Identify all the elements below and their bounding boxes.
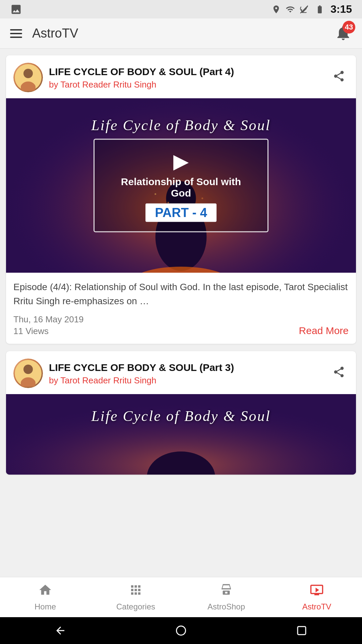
card-1-body: Episode (4/4): Relationship of Soul with…	[6, 273, 356, 308]
svg-point-1	[23, 69, 33, 78]
card-2: LIFE CYCLE OF BODY & SOUL (Part 3) by Ta…	[6, 351, 356, 475]
nav-home-label: Home	[35, 602, 56, 611]
recents-button[interactable]	[293, 622, 310, 639]
notification-button[interactable]: 43	[335, 24, 352, 43]
status-right: 3:15	[272, 3, 352, 15]
android-nav	[0, 617, 362, 644]
svg-rect-18	[21, 379, 36, 387]
shop-icon	[219, 583, 233, 600]
video-title-overlay-2: Life Cycle of Body & Soul	[6, 408, 356, 425]
photo-icon	[10, 3, 22, 15]
avatar-svg-2	[15, 360, 42, 387]
hamburger-menu[interactable]	[10, 29, 22, 38]
card-1-info: LIFE CYCLE OF BODY & SOUL (Part 4) by Ta…	[49, 65, 323, 90]
status-bar: 3:15	[0, 0, 362, 18]
notification-count: 43	[343, 21, 355, 34]
nav-astrotv[interactable]: AstroTV	[272, 580, 362, 615]
avatar-image	[13, 63, 43, 92]
play-box[interactable]: ▶ Relationship of Soul with God PART - 4	[94, 139, 268, 232]
read-more-button[interactable]: Read More	[299, 325, 349, 336]
bottom-nav: Home Categories AstroShop AstroTV	[0, 577, 362, 617]
nav-categories[interactable]: Categories	[90, 580, 181, 615]
video-bg-2	[6, 394, 356, 475]
card-1-avatar	[13, 63, 43, 92]
categories-icon	[129, 583, 143, 600]
card-2-video[interactable]: Life Cycle of Body & Soul	[6, 394, 356, 475]
avatar-svg	[15, 64, 42, 91]
location-icon	[272, 5, 281, 14]
back-button[interactable]	[52, 622, 69, 639]
nav-categories-label: Categories	[116, 602, 155, 611]
card-2-share[interactable]	[329, 362, 349, 384]
video-part: PART - 4	[145, 204, 217, 222]
battery-icon	[314, 5, 326, 14]
card-1-views: 11 Views	[13, 326, 84, 336]
app-title: AstroTV	[32, 26, 78, 41]
card-1-description: Episode (4/4): Relationship of Soul with…	[13, 280, 349, 308]
svg-point-16	[23, 365, 33, 374]
status-time: 3:15	[330, 3, 352, 15]
nav-astroshop-label: AstroShop	[207, 602, 245, 611]
svg-rect-25	[298, 627, 306, 635]
video-title-overlay: Life Cycle of Body & Soul	[6, 117, 356, 134]
nav-astroshop[interactable]: AstroShop	[181, 580, 272, 615]
signal-icon	[300, 5, 309, 14]
top-nav-left: AstroTV	[10, 26, 78, 41]
main-content: LIFE CYCLE OF BODY & SOUL (Part 4) by Ta…	[0, 49, 362, 577]
avatar-image-2	[13, 359, 43, 388]
status-left	[10, 3, 22, 15]
card-1-share[interactable]	[329, 66, 349, 89]
nav-astrotv-label: AstroTV	[302, 602, 331, 611]
video-subtitle: Relationship of Soul with God	[115, 176, 247, 199]
card-1: LIFE CYCLE OF BODY & SOUL (Part 4) by Ta…	[6, 55, 356, 344]
card-1-title: LIFE CYCLE OF BODY & SOUL (Part 4)	[49, 65, 323, 78]
home-icon	[38, 583, 52, 600]
home-button[interactable]	[173, 622, 189, 639]
tv-icon	[310, 583, 324, 600]
svg-rect-3	[21, 84, 36, 91]
card-1-header: LIFE CYCLE OF BODY & SOUL (Part 4) by Ta…	[6, 55, 356, 98]
card-2-info: LIFE CYCLE OF BODY & SOUL (Part 3) by Ta…	[49, 361, 323, 386]
card-1-author: by Tarot Reader Rritu Singh	[49, 79, 323, 90]
card-1-meta: Thu, 16 May 2019 11 Views	[13, 314, 84, 336]
card-2-avatar	[13, 359, 43, 388]
wifi-icon	[286, 5, 295, 14]
card-2-header: LIFE CYCLE OF BODY & SOUL (Part 3) by Ta…	[6, 351, 356, 394]
card-2-title: LIFE CYCLE OF BODY & SOUL (Part 3)	[49, 361, 323, 374]
card-1-footer: Thu, 16 May 2019 11 Views Read More	[6, 308, 356, 344]
play-button-icon[interactable]: ▶	[115, 149, 247, 173]
top-nav: AstroTV 43	[0, 18, 362, 49]
nav-home[interactable]: Home	[0, 580, 90, 615]
card-1-video[interactable]: Life Cycle of Body & Soul ▶ Relationship…	[6, 98, 356, 273]
card-2-author: by Tarot Reader Rritu Singh	[49, 375, 323, 386]
svg-point-24	[177, 626, 186, 635]
card-1-date: Thu, 16 May 2019	[13, 314, 84, 325]
